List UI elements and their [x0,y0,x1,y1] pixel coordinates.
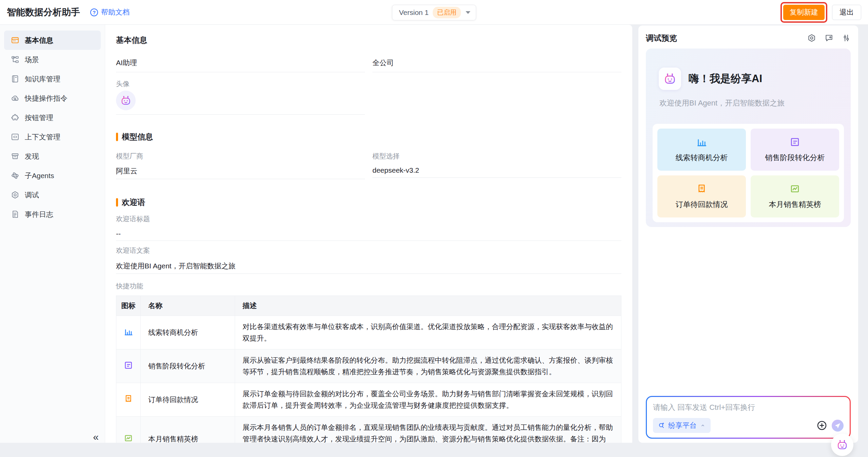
model-vendor-label: 模型厂商 [116,152,365,161]
page-title: 智能数据分析助手 [7,6,80,18]
sidebar-item-debug[interactable]: 调试 [4,185,101,205]
row-function-name: 本月销售精英榜 [141,417,235,443]
model-select-label: 模型选择 [372,152,621,161]
status-badge: 已启用 [433,7,461,18]
sidebar-item-label: 快捷操作指令 [25,94,67,103]
toolbar-icon-debug[interactable] [807,34,816,42]
exit-button[interactable]: 退出 [832,5,861,20]
avatar-field: 头像 [116,79,365,115]
model-vendor-value: 阿里云 [116,166,365,176]
robot-avatar-icon [663,72,677,86]
row-function-name: 销售阶段转化分析 [141,349,235,383]
sidebar-item-scene[interactable]: 场景 [4,50,101,69]
quick-card-icon [790,137,800,147]
page: 智能数据分析助手 ? 帮助文档 Version 1 已启用 复制新建 退出 基本… [0,0,868,457]
robot-avatar-icon [836,438,849,451]
sidebar-item-icon [11,152,19,160]
preview-title: 调试预览 [646,33,677,43]
welcome-card: 嗨！我是纷享AI 欢迎使用BI Agent，开启智能数据之旅 线索转商机分析 销… [646,49,851,227]
row-function-name: 线索转商机分析 [141,316,235,349]
row-function-icon [124,327,133,336]
table-row: 订单待回款情况 展示订单金额与待回款金额的对比分布，覆盖全公司业务场景。助力财务… [116,383,621,417]
sidebar-item-quick-commands[interactable]: 快捷操作指令 [4,89,101,108]
col-icon-header: 图标 [116,296,141,316]
quick-action-card-lead-analysis[interactable]: 线索转商机分析 [657,129,746,171]
sidebar-item-label: 上下文管理 [25,132,60,142]
row-function-desc: 对比各渠道线索有效率与单位获客成本，识别高价值渠道。优化渠道投放策略，合理分配资… [235,316,621,349]
assistant-name-field[interactable]: AI助理 [116,58,365,72]
send-button[interactable] [832,420,844,432]
sidebar: 基本信息 场景 知识库管理 快捷操作指令 按钮管理 上下文管理 [0,25,105,443]
platform-label: 纷享平台 [668,421,697,430]
section-model-header: 模型信息 [116,132,621,142]
section-basic-title: 基本信息 [116,35,621,45]
quick-action-card-sales-ranking[interactable]: 本月销售精英榜 [751,175,839,217]
welcome-text-value: 欢迎使用BI Agent，开启智能数据之旅 [116,261,621,271]
sidebar-item-icon [11,75,19,83]
sidebar-item-sub-agents[interactable]: 子Agents [4,166,101,185]
welcome-title-value: -- [116,230,621,238]
toolbar-icon-new-chat[interactable] [825,34,833,42]
collapse-sidebar-button[interactable]: « [93,432,99,442]
header-actions: 复制新建 退出 [780,2,861,23]
version-label: Version 1 [399,8,429,17]
bot-avatar [659,68,681,90]
welcome-text-label: 欢迎语文案 [116,246,621,255]
chat-input-box: 请输入 回车发送 Ctrl+回车换行 纷享平台 [646,396,851,439]
debug-preview-panel: 调试预览 嗨！我是纷享AI 欢迎使用BI Agent，开启智能数据之旅 [638,25,858,443]
quick-card-label: 销售阶段转化分析 [765,153,825,163]
sidebar-item-context-management[interactable]: 上下文管理 [4,127,101,147]
quick-card-icon [790,184,800,194]
visibility-scope-value: 全公司 [372,58,621,68]
search-sparkle-icon [658,422,665,429]
robot-avatar-icon [120,94,132,107]
sidebar-item-icon [11,133,19,141]
table-row: 销售阶段转化分析 展示从验证客户到最终结果各阶段的转化分布。助力挖掘流程中转化阻… [116,349,621,383]
sidebar-item-event-log[interactable]: 事件日志 [4,205,101,224]
chat-input[interactable]: 请输入 回车发送 Ctrl+回车换行 [653,402,844,413]
preview-toolbar [807,34,851,42]
chevron-up-icon [700,422,706,429]
row-function-desc: 展示订单金额与待回款金额的对比分布，覆盖全公司业务场景。助力财务与销售部门清晰掌… [235,383,621,417]
section-welcome-header: 欢迎语 [116,197,621,208]
section-model-title: 模型信息 [122,132,153,142]
quick-action-card-order-receivable[interactable]: 订单待回款情况 [657,175,746,217]
avatar[interactable] [116,91,136,110]
col-desc-header: 描述 [235,296,621,316]
sidebar-item-icon [11,113,19,122]
table-row: 线索转商机分析 对比各渠道线索有效率与单位获客成本，识别高价值渠道。优化渠道投放… [116,316,621,349]
row-function-desc: 展示本月各销售人员的订单金额排名，直观呈现销售团队的业绩表现与贡献度。通过对员工… [235,417,621,443]
sidebar-item-icon [11,191,19,199]
sidebar-item-label: 发现 [25,152,39,161]
sidebar-item-icon [11,210,19,218]
model-select-value: deepseek-v3.2 [372,166,621,174]
sidebar-item-basic-info[interactable]: 基本信息 [4,31,101,50]
sidebar-item-icon [11,36,19,44]
sidebar-item-label: 场景 [25,55,39,64]
sidebar-item-discover[interactable]: 发现 [4,147,101,166]
toolbar-icon-settings[interactable] [842,34,851,42]
help-link[interactable]: ? 帮助文档 [90,7,130,17]
quick-card-label: 订单待回款情况 [676,199,728,210]
send-icon [834,422,841,429]
quick-action-card-stage-analysis[interactable]: 销售阶段转化分析 [751,129,839,171]
sidebar-item-knowledge-base[interactable]: 知识库管理 [4,69,101,89]
copy-new-button[interactable]: 复制新建 [783,5,825,20]
assistant-float-button[interactable] [831,434,853,456]
col-name-header: 名称 [141,296,235,316]
quick-card-icon [696,137,707,147]
sidebar-item-label: 按钮管理 [25,113,53,122]
sidebar-item-button-management[interactable]: 按钮管理 [4,108,101,127]
platform-selector[interactable]: 纷享平台 [653,418,711,433]
sidebar-item-label: 子Agents [25,171,54,180]
attach-button[interactable] [816,420,827,431]
sidebar-item-label: 事件日志 [25,210,53,219]
row-function-icon [124,434,133,443]
row-function-name: 订单待回款情况 [141,383,235,417]
sidebar-item-label: 调试 [25,190,39,200]
highlight-box: 复制新建 [780,2,827,23]
visibility-scope-field[interactable]: 全公司 [372,58,621,72]
version-selector[interactable]: Version 1 已启用 [392,5,476,20]
sidebar-item-label: 知识库管理 [25,74,60,84]
sidebar-item-icon [11,94,19,102]
